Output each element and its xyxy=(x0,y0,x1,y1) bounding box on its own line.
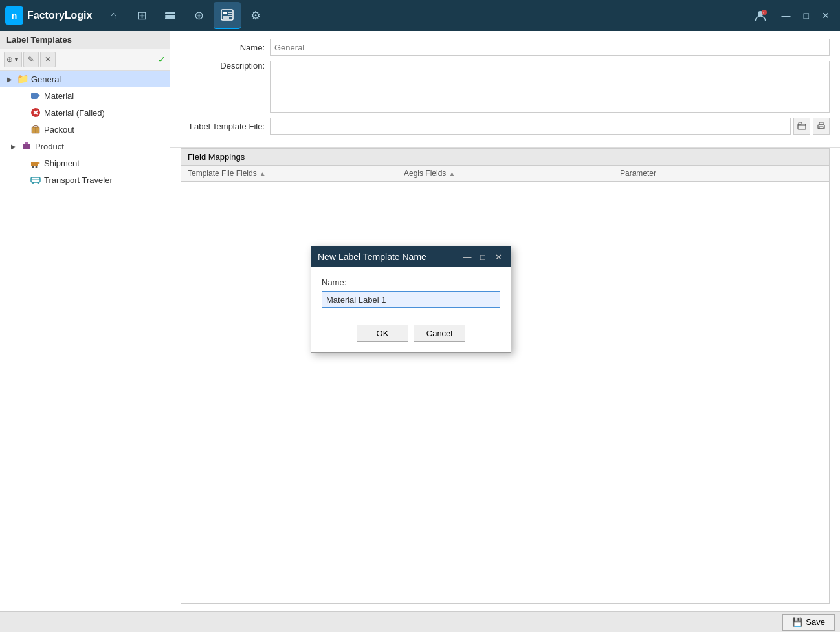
table-header: Template File Fields ▲ Aegis Fields ▲ Pa… xyxy=(181,166,829,182)
sidebar-item-transport-traveler[interactable]: Transport Traveler xyxy=(0,171,170,188)
col-template-fields[interactable]: Template File Fields ▲ xyxy=(181,166,397,181)
folder-icon: 📁 xyxy=(17,73,28,85)
app-logo: n FactoryLogix xyxy=(5,6,92,25)
svg-rect-33 xyxy=(819,127,823,129)
sort-icon: ▲ xyxy=(448,170,455,177)
logo-icon: n xyxy=(5,6,23,25)
svg-text:!: ! xyxy=(763,11,764,15)
sidebar-item-label: Transport Traveler xyxy=(44,175,164,185)
new-label-dialog: New Label Template Name — □ ✕ Name: OK C… xyxy=(311,246,511,353)
template-file-row: Label Template File: xyxy=(181,118,830,135)
statusbar: 💾 Save xyxy=(0,611,840,632)
svg-point-24 xyxy=(36,166,38,168)
main-nav: ⌂ ⊞ ⊕ ⚙ xyxy=(100,2,744,29)
svg-rect-30 xyxy=(799,122,802,124)
svg-point-28 xyxy=(38,182,39,184)
dialog-cancel-btn[interactable]: Cancel xyxy=(414,325,465,342)
dialog-ok-btn[interactable]: OK xyxy=(357,325,408,342)
sidebar-item-label: Product xyxy=(35,142,164,151)
dialog-minimize-btn[interactable]: — xyxy=(461,251,473,263)
close-btn[interactable]: ✕ xyxy=(817,8,835,23)
col-parameter: Parameter xyxy=(613,166,829,181)
svg-rect-1 xyxy=(165,15,175,17)
grid-nav-btn[interactable]: ⊞ xyxy=(128,2,155,29)
sidebar-item-label: Material xyxy=(44,91,164,101)
svg-rect-29 xyxy=(798,124,806,129)
svg-rect-32 xyxy=(819,122,823,125)
dialog-body: Name: xyxy=(311,267,511,318)
sidebar-item-material[interactable]: Material xyxy=(0,87,170,104)
template-file-label: Label Template File: xyxy=(181,122,265,131)
sidebar-item-label: General xyxy=(31,74,164,84)
globe-nav-btn[interactable]: ⊕ xyxy=(185,2,212,29)
sidebar-item-material-failed[interactable]: Material (Failed) xyxy=(0,104,170,121)
dialog-title: New Label Template Name xyxy=(318,252,426,262)
svg-rect-0 xyxy=(165,12,175,14)
dialog-controls: — □ ✕ xyxy=(461,251,504,263)
save-button[interactable]: 💾 Save xyxy=(782,614,835,631)
sidebar-item-shipment[interactable]: Shipment xyxy=(0,155,170,171)
sidebar-header: Label Templates xyxy=(0,31,170,49)
dialog-restore-btn[interactable]: □ xyxy=(477,251,489,263)
field-mappings-header: Field Mappings xyxy=(181,149,829,166)
svg-point-27 xyxy=(32,182,34,184)
layers-nav-btn[interactable] xyxy=(157,2,184,29)
sidebar-item-general[interactable]: ▶ 📁 General xyxy=(0,71,170,87)
minimize-btn[interactable]: — xyxy=(777,8,796,23)
form-section: Name: Description: Label Template File: xyxy=(170,31,840,148)
expander-product: ▶ xyxy=(9,142,18,151)
svg-rect-12 xyxy=(31,93,38,99)
dialog-close-btn[interactable]: ✕ xyxy=(492,251,504,263)
svg-marker-22 xyxy=(38,162,40,164)
expander-transport xyxy=(18,175,27,184)
product-icon xyxy=(21,140,32,152)
sidebar-item-product[interactable]: ▶ Product xyxy=(0,138,170,155)
print-btn[interactable] xyxy=(813,118,830,135)
svg-marker-13 xyxy=(38,94,40,98)
delete-template-btn[interactable]: ✕ xyxy=(40,52,56,67)
col-aegis-fields[interactable]: Aegis Fields ▲ xyxy=(397,166,613,181)
description-input[interactable] xyxy=(270,61,830,113)
svg-rect-21 xyxy=(31,162,38,166)
browse-file-btn[interactable] xyxy=(793,118,810,135)
edit-template-btn[interactable]: ✎ xyxy=(23,52,39,67)
svg-rect-19 xyxy=(23,144,30,149)
expander-material-failed xyxy=(18,108,27,117)
save-label: Save xyxy=(806,617,825,627)
svg-rect-25 xyxy=(31,177,40,182)
transport-icon xyxy=(30,174,41,186)
sidebar-toolbar: ⊕ ▼ ✎ ✕ ✓ xyxy=(0,49,170,71)
sidebar-item-packout[interactable]: Packout xyxy=(0,121,170,138)
topbar: n FactoryLogix ⌂ ⊞ ⊕ ⚙ ! — □ ✕ xyxy=(0,0,840,31)
dialog-name-input[interactable] xyxy=(322,291,500,308)
dialog-name-label: Name: xyxy=(322,278,500,287)
expander-general: ▶ xyxy=(5,74,14,83)
labels-nav-btn[interactable] xyxy=(214,2,241,29)
settings-nav-btn[interactable]: ⚙ xyxy=(242,2,269,29)
error-icon xyxy=(30,107,41,118)
home-nav-btn[interactable]: ⌂ xyxy=(100,2,127,29)
label-icon xyxy=(30,90,41,102)
sidebar-item-label: Material (Failed) xyxy=(44,108,164,118)
description-row: Description: xyxy=(181,61,830,113)
sidebar-item-label: Packout xyxy=(44,125,164,135)
template-file-input[interactable] xyxy=(270,118,791,135)
restore-btn[interactable]: □ xyxy=(799,8,814,23)
col-label: Template File Fields xyxy=(188,169,257,178)
add-template-btn[interactable]: ⊕ ▼ xyxy=(4,52,22,67)
save-icon: 💾 xyxy=(792,617,802,627)
expander-packout xyxy=(18,125,27,134)
sidebar-item-label: Shipment xyxy=(44,158,164,168)
window-controls: ! — □ ✕ xyxy=(747,2,835,29)
box-icon xyxy=(30,124,41,135)
svg-rect-4 xyxy=(223,12,227,14)
name-input[interactable] xyxy=(270,39,830,56)
user-icon[interactable]: ! xyxy=(747,2,774,29)
sidebar: Label Templates ⊕ ▼ ✎ ✕ ✓ ▶ 📁 General xyxy=(0,31,170,611)
description-label: Description: xyxy=(181,61,265,71)
sidebar-tree: ▶ 📁 General Material Material (Failed) xyxy=(0,71,170,611)
svg-point-23 xyxy=(32,166,34,168)
col-label: Parameter xyxy=(620,169,656,178)
shipment-icon xyxy=(30,157,41,169)
col-label: Aegis Fields xyxy=(404,169,446,178)
